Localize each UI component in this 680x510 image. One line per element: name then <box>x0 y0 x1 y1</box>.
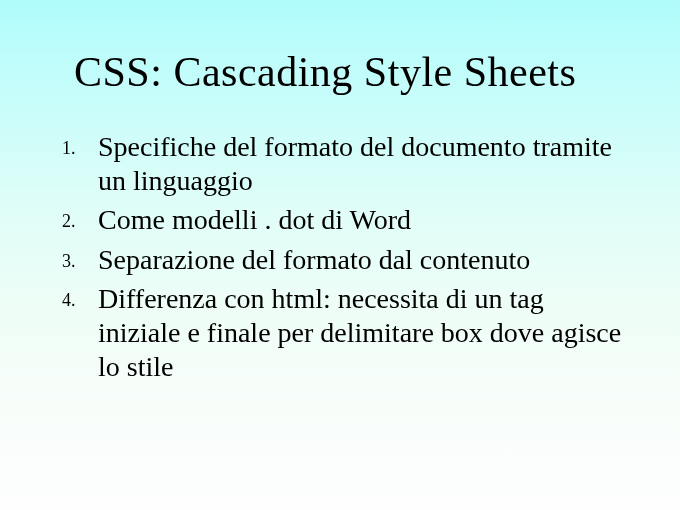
list-item: 3. Separazione del formato dal contenuto <box>58 243 630 277</box>
list-text: Specifiche del formato del documento tra… <box>98 130 630 197</box>
list-number: 3. <box>58 243 98 272</box>
list-number: 1. <box>58 130 98 159</box>
list-text: Differenza con html: necessita di un tag… <box>98 282 630 383</box>
list-number: 2. <box>58 203 98 232</box>
slide-title: CSS: Cascading Style Sheets <box>74 48 630 96</box>
list-text: Separazione del formato dal contenuto <box>98 243 630 277</box>
list-item: 4. Differenza con html: necessita di un … <box>58 282 630 383</box>
list-item: 2. Come modelli . dot di Word <box>58 203 630 237</box>
slide: CSS: Cascading Style Sheets 1. Specifich… <box>0 0 680 510</box>
numbered-list: 1. Specifiche del formato del documento … <box>50 130 630 383</box>
list-text: Come modelli . dot di Word <box>98 203 630 237</box>
list-number: 4. <box>58 282 98 311</box>
list-item: 1. Specifiche del formato del documento … <box>58 130 630 197</box>
